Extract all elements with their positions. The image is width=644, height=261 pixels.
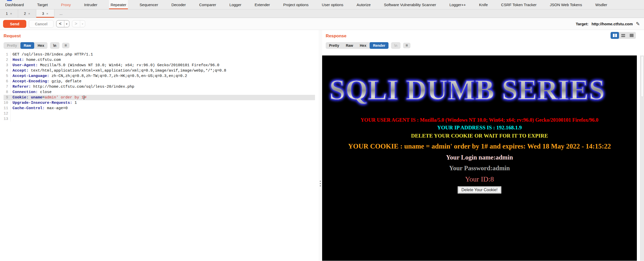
line-number: 3 xyxy=(4,63,11,68)
menu-item-logger[interactable]: Logger++ xyxy=(448,0,467,9)
window-artifact xyxy=(7,0,12,1)
menu-item-software-vulnerability-scanner[interactable]: Software Vulnerability Scanner xyxy=(382,0,438,9)
chevron-down-icon[interactable]: ▾ xyxy=(64,21,69,27)
delete-cookie-button[interactable]: Delete Your Cookie! xyxy=(458,187,501,193)
repeater-tab-2[interactable]: 2× xyxy=(18,9,36,18)
hamburger-menu-icon[interactable]: ≡ xyxy=(403,43,410,48)
menu-item-decoder[interactable]: Decoder xyxy=(170,0,187,9)
line-text: Accept-Encoding: gzip, deflate xyxy=(11,79,81,84)
line-text: Host: home.ctfstu.com xyxy=(11,57,61,63)
line-number: 13 xyxy=(4,116,11,122)
request-view-tab-pretty[interactable]: Pretty xyxy=(4,42,20,49)
pane-divider[interactable] xyxy=(319,30,322,261)
edit-target-icon[interactable]: ✎ xyxy=(636,21,640,27)
request-line-3[interactable]: 3User-Agent: Mozilla/5.0 (Windows NT 10.… xyxy=(4,63,315,68)
request-line-5[interactable]: 5Accept-Language: zh-CN,zh;q=0.8,zh-TW;q… xyxy=(4,73,315,79)
request-line-11[interactable]: 11Cache-Control: max-age=0 xyxy=(4,106,315,111)
new-tab-button[interactable]: ... xyxy=(54,9,68,18)
menu-item-comparer[interactable]: Comparer xyxy=(198,0,218,9)
response-scrollbar[interactable] xyxy=(640,55,644,261)
menu-item-project-options[interactable]: Project options xyxy=(282,0,310,9)
layout-rows-button[interactable] xyxy=(619,32,627,39)
divider-drag-handle-icon[interactable] xyxy=(320,181,321,186)
send-button[interactable]: Send xyxy=(3,20,26,28)
request-show-newlines-button[interactable]: \n xyxy=(50,42,59,49)
response-pane-header: Response PrettyRawHexRender \n ≡ xyxy=(322,30,644,55)
main-menu-bar: DashboardTargetProxyIntruderRepeaterSequ… xyxy=(0,0,644,9)
menu-item-wsdler[interactable]: Wsdler xyxy=(594,0,609,9)
menu-item-user-options[interactable]: User options xyxy=(320,0,345,9)
menu-item-target[interactable]: Target xyxy=(35,0,49,9)
request-line-9[interactable]: 9Cookie: uname=admin' order by 1# xyxy=(4,95,315,100)
request-line-8[interactable]: 8Connection: close xyxy=(4,89,315,95)
close-tab-icon[interactable]: × xyxy=(10,12,12,16)
request-view-tabs: PrettyRawHex \n ≡ xyxy=(4,42,315,49)
repeater-tab-1[interactable]: 1× xyxy=(0,9,18,18)
line-text xyxy=(11,111,13,116)
response-view-tab-raw[interactable]: Raw xyxy=(343,42,357,49)
user-id-line: Your ID:8 xyxy=(322,175,637,184)
response-show-newlines-button[interactable]: \n xyxy=(391,42,400,49)
repeater-tab-label: 3 xyxy=(42,12,44,16)
history-forward-button[interactable]: > ▾ xyxy=(72,20,85,27)
repeater-toolbar: Send Cancel < ▾ > ▾ Target: http://home.… xyxy=(0,18,644,30)
layout-switcher xyxy=(611,32,636,39)
layout-single-button[interactable] xyxy=(627,32,636,39)
line-text: Accept: text/html,application/xhtml+xml,… xyxy=(11,68,226,73)
menu-item-json-web-tokens[interactable]: JSON Web Tokens xyxy=(548,0,584,9)
repeater-tab-row: 1×2×3×... xyxy=(0,9,644,18)
request-line-7[interactable]: 7Referer: http://home.ctfstu.com/sql/les… xyxy=(4,84,315,89)
cookie-warning-line: DELETE YOUR COOKIE OR WAIT FOR IT TO EXP… xyxy=(322,132,637,140)
menu-item-proxy[interactable]: Proxy xyxy=(59,0,72,9)
request-line-6[interactable]: 6Accept-Encoding: gzip, deflate xyxy=(4,79,315,84)
menu-item-extender[interactable]: Extender xyxy=(253,0,272,9)
repeater-tab-label: 2 xyxy=(24,12,26,16)
request-line-2[interactable]: 2Host: home.ctfstu.com xyxy=(4,57,315,63)
target-bar: Target: http://home.ctfstu.com ✎ xyxy=(576,21,641,27)
line-text: GET /sql/less-20/index.php HTTP/1.1 xyxy=(11,52,93,57)
line-text: Connection: close xyxy=(11,89,52,95)
menu-item-autorize[interactable]: Autorize xyxy=(355,0,372,9)
layout-columns-button[interactable] xyxy=(611,32,619,39)
close-tab-icon[interactable]: × xyxy=(46,12,48,16)
request-view-tab-hex[interactable]: Hex xyxy=(34,42,47,49)
repeater-tab-3[interactable]: 3× xyxy=(36,9,54,18)
target-url: http://home.ctfstu.com xyxy=(591,22,633,26)
close-tab-icon[interactable]: × xyxy=(28,12,30,16)
response-view-tab-pretty[interactable]: Pretty xyxy=(326,42,343,49)
menu-item-csrf-token-tracker[interactable]: CSRF Token Tracker xyxy=(500,0,538,9)
menu-item-knife[interactable]: Knife xyxy=(478,0,489,9)
line-text xyxy=(11,116,13,122)
line-number: 10 xyxy=(4,100,11,106)
response-view-tab-group: PrettyRawHexRender xyxy=(326,42,388,49)
line-number: 7 xyxy=(4,84,11,89)
cancel-button[interactable]: Cancel xyxy=(29,20,54,28)
line-text: Cookie: uname=admin' order by 1# xyxy=(11,95,87,100)
line-number: 12 xyxy=(4,111,11,116)
request-pane-header: Request PrettyRawHex \n ≡ 1GET /sql/less… xyxy=(0,30,319,122)
line-number: 4 xyxy=(4,68,11,73)
line-text: Accept-Language: zh-CN,zh;q=0.8,zh-TW;q=… xyxy=(11,73,187,79)
request-view-tab-raw[interactable]: Raw xyxy=(20,42,34,49)
menu-item-dashboard[interactable]: Dashboard xyxy=(4,0,25,9)
scrollbar-thumb[interactable] xyxy=(641,56,643,97)
history-back-button[interactable]: < ▾ xyxy=(56,20,69,27)
request-response-split: Request PrettyRawHex \n ≡ 1GET /sql/less… xyxy=(0,30,644,261)
response-title: Response xyxy=(326,33,640,39)
response-view-tab-render[interactable]: Render xyxy=(370,42,388,49)
request-line-12[interactable]: 12 xyxy=(4,111,315,116)
request-line-10[interactable]: 10Upgrade-Insecure-Requests: 1 xyxy=(4,100,315,106)
hamburger-menu-icon[interactable]: ≡ xyxy=(62,43,69,48)
line-number: 1 xyxy=(4,52,11,57)
login-name-line: Your Login name:admin xyxy=(322,153,637,162)
request-editor[interactable]: 1GET /sql/less-20/index.php HTTP/1.12Hos… xyxy=(4,52,315,122)
menu-item-repeater[interactable]: Repeater xyxy=(109,0,128,9)
request-line-1[interactable]: 1GET /sql/less-20/index.php HTTP/1.1 xyxy=(4,52,315,57)
request-line-4[interactable]: 4Accept: text/html,application/xhtml+xml… xyxy=(4,68,315,73)
request-line-13[interactable]: 13 xyxy=(4,116,315,122)
menu-item-intruder[interactable]: Intruder xyxy=(82,0,99,9)
menu-item-logger[interactable]: Logger xyxy=(228,0,243,9)
menu-item-sequencer[interactable]: Sequencer xyxy=(138,0,160,9)
response-view-tab-hex[interactable]: Hex xyxy=(356,42,370,49)
sqli-banner: SQLI DUMB SERIES xyxy=(322,73,637,106)
